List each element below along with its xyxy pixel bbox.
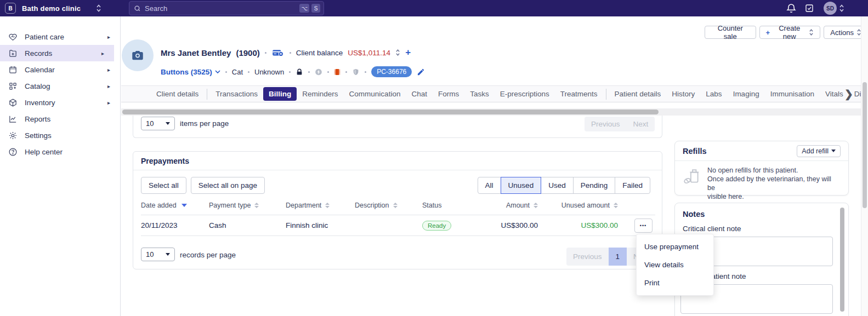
client-name[interactable]: Mrs Janet Bentley — [161, 48, 231, 58]
filter-used[interactable]: Used — [541, 177, 574, 194]
patient-photo-placeholder[interactable] — [122, 39, 154, 71]
chevron-updown-icon — [809, 28, 814, 36]
sidebar-item-calendar[interactable]: Calendar ▸ — [0, 61, 120, 78]
tab-reminders[interactable]: Reminders — [297, 87, 343, 101]
expand-arrow-icon: ▸ — [107, 34, 110, 40]
page-1-button[interactable]: 1 — [609, 248, 627, 266]
sidebar-item-settings[interactable]: Settings — [0, 127, 120, 143]
column-department[interactable]: Department — [286, 202, 355, 209]
tasks-check-icon[interactable] — [804, 3, 814, 13]
critical-client-note-label: Critical client note — [683, 225, 841, 233]
menu-item-print[interactable]: Print — [637, 274, 713, 292]
tab-client-details[interactable]: Client details — [151, 87, 204, 101]
tab-communication[interactable]: Communication — [344, 87, 406, 101]
refills-empty-text: No open refills for this patient. Once a… — [707, 166, 841, 201]
column-date-added[interactable]: Date added — [141, 202, 209, 209]
clinic-switcher-icon[interactable] — [96, 4, 101, 13]
notifications-bell-icon[interactable] — [786, 3, 797, 14]
help-icon — [8, 147, 18, 157]
tab-history[interactable]: History — [666, 87, 700, 101]
global-search[interactable]: ⌥ S — [129, 1, 324, 15]
camera-icon — [131, 48, 145, 62]
sidebar-item-reports[interactable]: Reports — [0, 111, 120, 127]
column-status: Status — [422, 202, 487, 209]
sort-icon — [325, 203, 330, 208]
tab-scroll-right-icon[interactable]: ❯ — [844, 88, 853, 100]
patient-code-badge[interactable]: PC-36676 — [371, 66, 412, 77]
items-per-page-select[interactable]: 10 — [141, 117, 175, 130]
user-menu-chevron-icon[interactable] — [839, 4, 844, 15]
menu-item-view-details[interactable]: View details — [637, 256, 713, 274]
plus-icon: + — [766, 28, 770, 37]
patient-name-link[interactable]: Buttons (3525) — [161, 68, 220, 76]
clinic-name[interactable]: Bath demo clinic — [22, 4, 81, 13]
create-new-button[interactable]: + Create new — [759, 26, 821, 39]
sidebar-item-patient-care[interactable]: Patient care ▸ — [0, 28, 120, 45]
row-more-button[interactable]: ••• — [634, 219, 653, 233]
row-context-menu: Use prepayment View details Print — [636, 234, 714, 296]
notes-scrollbar — [840, 208, 844, 316]
card-declined-icon[interactable] — [271, 49, 285, 57]
records-per-page-label: records per page — [180, 251, 236, 259]
filter-all[interactable]: All — [478, 177, 501, 194]
expand-arrow-icon: ▸ — [107, 67, 110, 73]
status-filter-group: All Unused Used Pending Failed — [478, 177, 650, 194]
prepayments-table: Date added Payment type Department Descr… — [141, 196, 655, 236]
page-actions: Counter sale + Create new Actions — [705, 26, 868, 39]
sort-icon — [614, 203, 618, 208]
edit-pencil-icon[interactable] — [417, 68, 425, 76]
horizontal-scrollbar-thumb[interactable] — [122, 110, 659, 114]
select-all-on-page-button[interactable]: Select all on page — [191, 177, 265, 194]
filter-unused[interactable]: Unused — [501, 177, 542, 194]
cell-payment-type: Cash — [209, 221, 286, 229]
tab-patient-details[interactable]: Patient details — [609, 87, 667, 101]
expand-arrow-icon: ▸ — [101, 50, 104, 56]
client-number: (1900) — [236, 48, 259, 58]
column-amount[interactable]: Amount — [487, 202, 551, 209]
prepayments-header: Prepayments — [133, 152, 662, 170]
next-page-button[interactable]: Next — [627, 117, 655, 131]
sidebar-item-catalog[interactable]: Catalog ▸ — [0, 78, 120, 94]
user-avatar[interactable]: SD — [824, 2, 837, 15]
tab-transactions[interactable]: Transactions — [210, 87, 263, 101]
previous-page-button[interactable]: Previous — [585, 117, 627, 131]
notes-scrollbar-thumb[interactable] — [840, 208, 844, 312]
tab-tasks[interactable]: Tasks — [464, 87, 495, 101]
sidebar-item-inventory[interactable]: Inventory ▸ — [0, 94, 120, 111]
separator-dot — [345, 71, 347, 73]
lock-icon — [296, 68, 303, 76]
calendar-icon — [8, 65, 18, 74]
column-description[interactable]: Description — [355, 202, 422, 209]
menu-item-use-prepayment[interactable]: Use prepayment — [637, 238, 713, 256]
select-all-button[interactable]: Select all — [141, 177, 186, 194]
balance-sort-icon[interactable] — [395, 49, 400, 56]
status-badge: Ready — [422, 221, 451, 231]
tab-immunisation[interactable]: Immunisation — [765, 87, 820, 101]
table-header-row: Date added Payment type Department Descr… — [141, 196, 655, 215]
column-payment-type[interactable]: Payment type — [209, 202, 286, 209]
records-per-page-select[interactable]: 10 — [141, 248, 175, 261]
tab-billing[interactable]: Billing — [263, 87, 297, 101]
sort-icon — [393, 203, 398, 208]
gear-icon — [8, 131, 18, 140]
search-input[interactable] — [145, 4, 297, 13]
tab-forms[interactable]: Forms — [433, 87, 464, 101]
counter-sale-button[interactable]: Counter sale — [705, 26, 756, 39]
tab-chat[interactable]: Chat — [406, 87, 433, 101]
vertical-scrollbar-thumb[interactable] — [863, 82, 867, 208]
previous-page-button[interactable]: Previous — [566, 248, 609, 266]
patient-tabbar: Client details Transactions Billing Remi… — [121, 85, 868, 102]
tab-imaging[interactable]: Imaging — [728, 87, 765, 101]
tab-e-prescriptions[interactable]: E-prescriptions — [495, 87, 555, 101]
tab-treatments[interactable]: Treatments — [555, 87, 603, 101]
caret-down-icon — [831, 150, 836, 152]
add-refill-button[interactable]: Add refill — [797, 145, 841, 157]
filter-failed[interactable]: Failed — [615, 177, 650, 194]
filter-pending[interactable]: Pending — [573, 177, 616, 194]
chevron-down-icon — [215, 70, 220, 73]
sidebar-item-records[interactable]: Records ▸ — [0, 45, 114, 61]
add-payment-plus-icon[interactable]: + — [405, 47, 411, 58]
column-unused-amount[interactable]: Unused amount — [551, 202, 631, 209]
tab-labs[interactable]: Labs — [700, 87, 727, 101]
sidebar-item-help-center[interactable]: Help center — [0, 143, 120, 160]
